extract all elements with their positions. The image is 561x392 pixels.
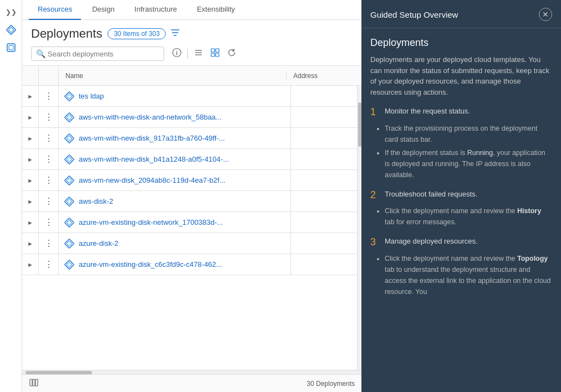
row-name-link[interactable]: aws-vm-with-new-disk_b41a1248-a0f5-4104-… [59, 154, 290, 164]
row-address [290, 191, 357, 212]
svg-rect-0 [6, 25, 16, 35]
row-actions-button[interactable]: ⋮ [39, 128, 59, 148]
row-address [290, 170, 357, 190]
row-expand-button[interactable]: ► [22, 149, 39, 169]
row-actions-button[interactable]: ⋮ [39, 107, 59, 127]
table-row: ► ⋮ tes ldap [22, 86, 357, 107]
grid-view-icon[interactable] [209, 47, 221, 61]
panel-title: Deployments [31, 27, 102, 41]
columns-icon[interactable] [29, 378, 39, 390]
step-1-number: 1 [370, 106, 379, 118]
step-3-bullet-1: Click the deployment name and review the… [385, 253, 552, 297]
svg-rect-20 [65, 154, 74, 164]
table-row: ► ⋮ aws-vm-with-new-disk-and-network_58b… [22, 107, 357, 128]
h-scroll-thumb[interactable] [26, 371, 92, 374]
guided-setup-title: Guided Setup Overview [370, 10, 458, 19]
row-name-link[interactable]: azure-vm-existing-disk_c6c3fd9c-c478-462… [59, 260, 290, 270]
row-expand-button[interactable]: ► [22, 128, 39, 148]
svg-rect-1 [8, 27, 14, 33]
step-2-bullets: Click the deployment name and review the… [385, 205, 552, 228]
row-name-link[interactable]: aws-vm-with-new-disk_917a31fb-a760-49ff-… [59, 133, 290, 143]
svg-rect-18 [65, 133, 74, 143]
tab-resources[interactable]: Resources [29, 0, 81, 20]
sidebar-collapse-button[interactable]: ❯❯ [3, 4, 19, 20]
table-row: ► ⋮ aws-disk-2 [22, 191, 357, 212]
row-expand-button[interactable]: ► [22, 86, 39, 106]
deployment-icon [64, 112, 74, 122]
svg-rect-32 [30, 379, 32, 386]
tab-infrastructure[interactable]: Infrastructure [126, 0, 186, 20]
row-name-link[interactable]: aws-vm-with-new-disk-and-network_58baa..… [59, 112, 290, 122]
search-box[interactable]: 🔍 [31, 47, 164, 61]
step-3-header: 3 Manage deployed resources. [370, 236, 552, 249]
step-2: 2 Troubleshoot failed requests. Click th… [370, 189, 552, 228]
table-row: ► ⋮ azure-disk-2 [22, 233, 357, 254]
table-footer: 30 Deployments [22, 374, 361, 392]
sidebar-icon-box[interactable] [3, 40, 19, 55]
step-2-header: 2 Troubleshoot failed requests. [370, 189, 552, 202]
row-actions-button[interactable]: ⋮ [39, 254, 59, 275]
row-expand-button[interactable]: ► [22, 254, 39, 275]
row-actions-button[interactable]: ⋮ [39, 212, 59, 233]
expand-col-header [22, 66, 39, 85]
row-name-link[interactable]: tes ldap [59, 91, 290, 101]
row-expand-button[interactable]: ► [22, 212, 39, 233]
row-address [290, 128, 357, 148]
row-address [290, 86, 357, 106]
row-address [290, 149, 357, 169]
svg-point-6 [176, 50, 177, 51]
sidebar-icon-diamond[interactable] [3, 22, 19, 38]
footer-count: 30 Deployments [307, 380, 355, 388]
deployment-icon [64, 239, 74, 249]
step-1-bullets: Track the provisioning process on the de… [385, 123, 552, 180]
svg-rect-11 [216, 49, 219, 52]
table-row: ► ⋮ azure-vm-existing-disk-network_17003… [22, 212, 357, 233]
row-name-link[interactable]: azure-vm-existing-disk-network_1700383d-… [59, 218, 290, 228]
vertical-scrollbar[interactable] [357, 86, 361, 370]
svg-rect-28 [65, 239, 74, 248]
row-actions-button[interactable]: ⋮ [39, 149, 59, 169]
step-2-number: 2 [370, 189, 379, 202]
guided-header: Guided Setup Overview ✕ [361, 0, 561, 28]
tab-extensibility[interactable]: Extensibility [188, 0, 244, 20]
guided-content: Deployments Deployments are your deploye… [361, 28, 561, 315]
row-name-link[interactable]: aws-vm-new-disk_2094ab8c-119d-4ea7-b2f..… [59, 176, 290, 185]
panel-header: Deployments 30 Items of 303 🔍 [22, 20, 361, 65]
filter-icon[interactable] [170, 28, 180, 40]
row-name-link[interactable]: aws-disk-2 [59, 197, 290, 207]
top-navigation: Resources Design Infrastructure Extensib… [22, 0, 361, 20]
row-actions-button[interactable]: ⋮ [39, 191, 59, 212]
refresh-icon[interactable] [226, 47, 238, 61]
svg-rect-10 [211, 49, 215, 52]
row-actions-button[interactable]: ⋮ [39, 170, 59, 190]
left-sidebar: ❯❯ [0, 0, 22, 392]
row-name-link[interactable]: azure-disk-2 [59, 239, 290, 249]
horizontal-scrollbar[interactable] [22, 370, 361, 374]
row-actions-button[interactable]: ⋮ [39, 86, 59, 106]
toolbar-icons [171, 47, 238, 61]
svg-rect-12 [211, 53, 215, 56]
svg-rect-16 [65, 112, 74, 122]
row-address [290, 107, 357, 127]
step-1-header: 1 Monitor the request status. [370, 106, 552, 118]
row-expand-button[interactable]: ► [22, 233, 39, 254]
svg-rect-3 [9, 45, 13, 50]
close-button[interactable]: ✕ [539, 8, 552, 21]
search-input[interactable] [48, 50, 159, 58]
row-actions-button[interactable]: ⋮ [39, 233, 59, 254]
step-2-title: Troubleshoot failed requests. [385, 189, 477, 199]
row-address [290, 212, 357, 233]
info-icon[interactable] [171, 47, 183, 61]
list-view-icon[interactable] [192, 47, 205, 61]
row-address [290, 254, 357, 275]
scroll-thumb[interactable] [358, 102, 361, 147]
name-col-header: Name [59, 72, 286, 80]
row-expand-button[interactable]: ► [22, 107, 39, 127]
row-expand-button[interactable]: ► [22, 191, 39, 212]
table-header: Name Address [22, 66, 361, 86]
row-expand-button[interactable]: ► [22, 170, 39, 190]
actions-col-header [39, 66, 59, 85]
tab-design[interactable]: Design [83, 0, 123, 20]
guided-description: Deployments are your deployed cloud temp… [370, 54, 552, 97]
step-1-bullet-2: If the deployment status is Running, you… [385, 147, 552, 180]
